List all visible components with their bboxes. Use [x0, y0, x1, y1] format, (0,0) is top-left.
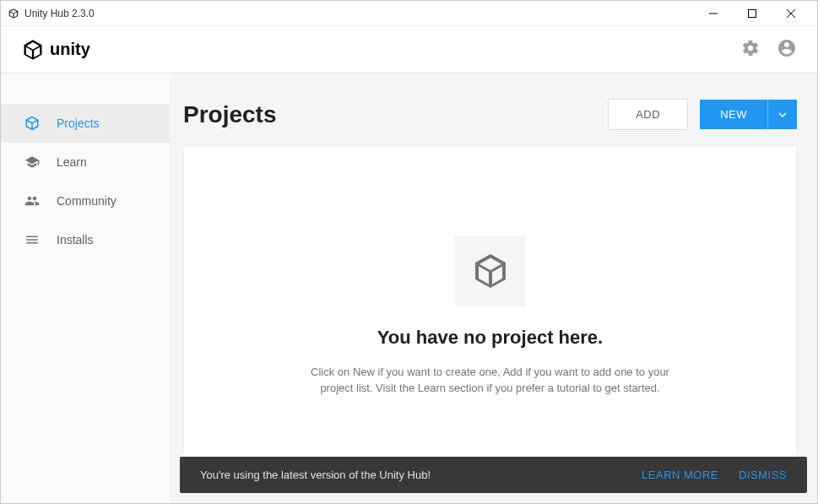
sidebar: Projects Learn Community Installs: [1, 73, 170, 503]
app-body: Projects Learn Community Installs: [1, 73, 817, 503]
unity-app-icon: [8, 8, 19, 19]
sidebar-item-projects[interactable]: Projects: [1, 104, 170, 143]
unity-logo-icon: [21, 38, 45, 62]
version-toast: You're using the latest version of the U…: [180, 457, 807, 493]
titlebar: Unity Hub 2.3.0: [1, 1, 817, 26]
graduation-cap-icon: [24, 154, 40, 170]
main-content: Projects ADD NEW You have no project her…: [170, 73, 817, 503]
unity-logo: unity: [21, 38, 741, 62]
empty-state-title: You have no project here.: [377, 327, 603, 349]
projects-empty-state: You have no project here. Click on New i…: [183, 145, 797, 486]
window-controls: [694, 1, 810, 26]
empty-state-description: Click on New if you want to create one, …: [305, 364, 676, 397]
people-icon: [24, 193, 40, 209]
maximize-button[interactable]: [733, 1, 772, 26]
logo-text: unity: [50, 40, 90, 59]
svg-rect-0: [749, 9, 756, 17]
new-dropdown-button[interactable]: [767, 100, 797, 129]
account-icon[interactable]: [777, 38, 797, 62]
sidebar-item-installs[interactable]: Installs: [1, 220, 170, 259]
sidebar-item-learn[interactable]: Learn: [1, 143, 170, 182]
gear-icon[interactable]: [741, 39, 760, 61]
sidebar-item-label: Learn: [57, 155, 87, 169]
chevron-down-icon: [778, 111, 787, 119]
window-title: Unity Hub 2.3.0: [24, 8, 694, 19]
application-window: Unity Hub 2.3.0 unity: [0, 0, 818, 504]
toast-dismiss[interactable]: DISMISS: [739, 469, 787, 481]
list-icon: [24, 232, 40, 247]
empty-state-cube-icon: [455, 236, 526, 306]
toast-learn-more[interactable]: LEARN MORE: [642, 469, 718, 481]
minimize-button[interactable]: [694, 1, 733, 26]
sidebar-item-label: Community: [57, 194, 116, 208]
header-actions: [741, 38, 797, 62]
add-button[interactable]: ADD: [608, 99, 688, 130]
main-header: Projects ADD NEW: [183, 73, 797, 145]
sidebar-item-label: Projects: [57, 117, 100, 130]
app-header: unity: [1, 26, 817, 73]
new-button-group: NEW: [700, 100, 797, 129]
sidebar-item-community[interactable]: Community: [1, 182, 170, 220]
toast-message: You're using the latest version of the U…: [200, 469, 621, 481]
close-button[interactable]: [772, 1, 810, 26]
page-title: Projects: [183, 101, 608, 128]
sidebar-item-label: Installs: [57, 233, 94, 247]
cube-icon: [24, 116, 40, 131]
new-button[interactable]: NEW: [700, 100, 767, 129]
